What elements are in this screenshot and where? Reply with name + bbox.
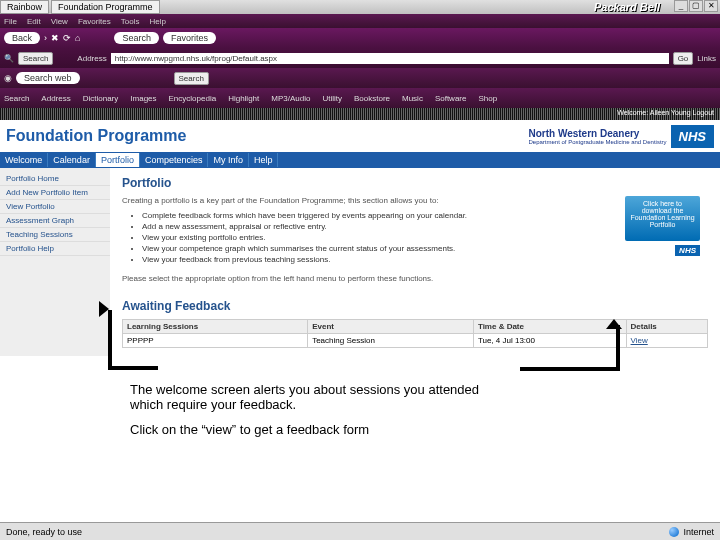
search-icon[interactable]: 🔍 [4,54,14,63]
cta-footer: NHS [625,244,700,256]
section-title-awaiting: Awaiting Feedback [122,299,708,313]
tb4-dictionary[interactable]: Dictionary [83,94,119,103]
back-button[interactable]: Back [4,32,40,44]
tb4-search[interactable]: Search [4,94,29,103]
tb4-highlight[interactable]: Highlight [228,94,259,103]
menu-help[interactable]: Help [149,17,165,26]
sidebar-item-graph[interactable]: Assessment Graph [0,214,110,228]
tb4-encyclopedia[interactable]: Encyclopedia [169,94,217,103]
address-toolbar: 🔍 Search Address http://www.nwpgmd.nhs.u… [0,48,720,68]
browser-tab-foundation[interactable]: Foundation Programme [51,0,160,14]
logo-icon: ◉ [4,73,12,83]
bullet-item: Add a new assessment, appraisal or refle… [142,222,708,231]
view-link[interactable]: View [631,336,648,345]
bullet-item: View your existing portfolio entries. [142,233,708,242]
go-button[interactable]: Go [673,52,694,65]
status-zone: Internet [683,527,714,537]
bullet-list: Complete feedback forms which have been … [142,211,708,264]
main-panel: Portfolio Creating a portfolio is a key … [110,168,720,356]
tb4-software[interactable]: Software [435,94,467,103]
nav-toolbar: Back › ✖ ⟳ ⌂ Search Favorites [0,28,720,48]
status-left: Done, ready to use [6,527,82,537]
main-tabs: Welcome Calendar Portfolio Competencies … [0,152,720,168]
menu-bar: File Edit View Favorites Tools Help [0,14,720,28]
callout-line1: The welcome screen alerts you about sess… [130,382,510,412]
tb4-music[interactable]: Music [402,94,423,103]
menu-favorites[interactable]: Favorites [78,17,111,26]
tab-portfolio[interactable]: Portfolio [96,153,140,167]
tb4-shop[interactable]: Shop [478,94,497,103]
sidebar-item-help[interactable]: Portfolio Help [0,242,110,256]
title-bar: Rainbow Foundation Programme Packard Bel… [0,0,720,14]
sidebar-item-add[interactable]: Add New Portfolio Item [0,186,110,200]
instruction-text: Please select the appropriate option fro… [122,274,708,283]
favorites-button[interactable]: Favorites [163,32,216,44]
welcome-user: Welcome: Aileen Young Logout [617,109,714,116]
tb4-mp3[interactable]: MP3/Audio [271,94,310,103]
search-button[interactable]: Search [114,32,159,44]
page-title: Foundation Programme [6,127,186,145]
sidebar-item-view[interactable]: View Portfolio [0,200,110,214]
mini-search-button[interactable]: Search [18,52,53,65]
tb4-bookstore[interactable]: Bookstore [354,94,390,103]
tb4-address[interactable]: Address [41,94,70,103]
col-event: Event [308,320,474,334]
brand-label: Packard Bell [594,1,660,13]
section-title-portfolio: Portfolio [122,176,708,190]
tb4-utility[interactable]: Utility [322,94,342,103]
deanery-name: North Western Deanery [528,128,666,139]
sidebar-item-home[interactable]: Portfolio Home [0,172,110,186]
minimize-button[interactable]: _ [674,0,688,12]
bullet-item: View your feedback from previous teachin… [142,255,708,264]
tb4-images[interactable]: Images [130,94,156,103]
status-bar: Done, ready to use Internet [0,522,720,540]
refresh-icon[interactable]: ⟳ [63,33,71,43]
annotation-arrow-left [108,310,158,370]
page-header: Foundation Programme North Western Deane… [0,120,720,152]
address-label: Address [77,54,106,63]
col-details: Details [626,320,707,334]
tab-welcome[interactable]: Welcome [0,153,48,167]
window-controls: _ ▢ ✕ [673,0,718,12]
menu-edit[interactable]: Edit [27,17,41,26]
tab-myinfo[interactable]: My Info [208,153,249,167]
search-toolbar: ◉ Search web Search [0,68,720,88]
forward-icon[interactable]: › [44,33,47,43]
maximize-button[interactable]: ▢ [689,0,703,12]
links-label[interactable]: Links [697,54,716,63]
portfolio-sidebar: Portfolio Home Add New Portfolio Item Vi… [0,168,110,356]
tab-calendar[interactable]: Calendar [48,153,96,167]
search-go-button[interactable]: Search [174,72,209,85]
cell-event: Teaching Session [308,334,474,348]
nhs-minibadge: NHS [675,245,700,256]
tab-help[interactable]: Help [249,153,279,167]
sidebar-item-teaching[interactable]: Teaching Sessions [0,228,110,242]
address-input[interactable]: http://www.nwpgmd.nhs.uk/fprog/Default.a… [111,53,669,64]
annotation-arrow-right [520,325,620,371]
welcome-strip: Welcome: Aileen Young Logout [0,108,720,120]
nhs-badge: NHS [671,125,714,148]
download-cta[interactable]: Click here to download the Foundation Le… [625,196,700,241]
browser-tab-rainbow[interactable]: Rainbow [0,0,49,14]
deanery-logo: North Western Deanery Department of Post… [528,125,714,148]
internet-icon [669,527,679,537]
bullet-item: Complete feedback forms which have been … [142,211,708,220]
callout-line2: Click on the “view” to get a feedback fo… [130,422,510,437]
searchweb-button[interactable]: Search web [16,72,80,84]
menu-file[interactable]: File [4,17,17,26]
deanery-sub: Department of Postgraduate Medicine and … [528,139,666,145]
menu-view[interactable]: View [51,17,68,26]
menu-tools[interactable]: Tools [121,17,140,26]
intro-text: Creating a portfolio is a key part of th… [122,196,708,205]
close-button[interactable]: ✕ [704,0,718,12]
links-toolbar: Search Address Dictionary Images Encyclo… [0,88,720,108]
home-icon[interactable]: ⌂ [75,33,80,43]
bullet-item: View your competence graph which summari… [142,244,708,253]
stop-icon[interactable]: ✖ [51,33,59,43]
tab-competencies[interactable]: Competencies [140,153,209,167]
annotation-callout: The welcome screen alerts you about sess… [130,382,510,447]
